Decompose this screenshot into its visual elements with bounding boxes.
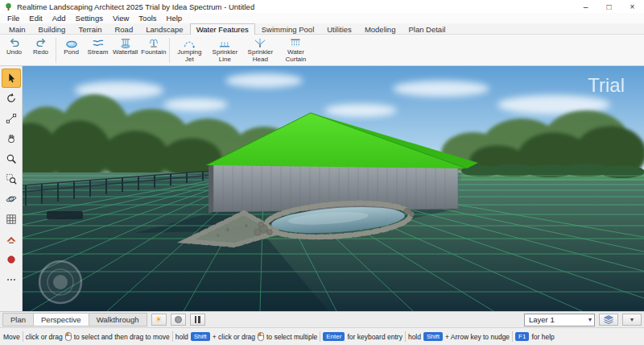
scene-3d-view[interactable]: Trial xyxy=(23,66,644,311)
building-wall-edge xyxy=(208,164,213,214)
sprinkler-line-icon xyxy=(218,36,231,49)
pond-label: Pond xyxy=(64,49,79,56)
enter-key-badge: Enter xyxy=(323,332,345,341)
layers-panel-button[interactable] xyxy=(599,314,618,326)
close-icon: × xyxy=(630,2,635,11)
f1-key-badge: F1 xyxy=(515,332,529,341)
menu-settings[interactable]: Settings xyxy=(71,14,108,23)
sprinkler-head-icon xyxy=(254,36,266,49)
status-help-hint: F1 for help xyxy=(515,332,555,341)
water-curtain-button[interactable]: Water Curtain xyxy=(278,35,313,65)
menu-bar: File Edit Add Settings View Tools Help xyxy=(0,13,644,23)
jumping-jet-icon xyxy=(183,36,196,49)
ribbon-tab-utilities[interactable]: Utilities xyxy=(320,23,358,35)
menu-file[interactable]: File xyxy=(2,14,24,23)
pond-icon xyxy=(65,36,78,49)
view-tab-plan[interactable]: Plan xyxy=(2,313,34,326)
roof-tool-button[interactable] xyxy=(2,230,21,249)
ribbon-tab-terrain[interactable]: Terrain xyxy=(72,23,108,35)
shadows-button[interactable] xyxy=(171,314,186,326)
waterfall-button[interactable]: Waterfall xyxy=(111,35,139,65)
roof-icon xyxy=(6,234,17,245)
undo-button[interactable]: Undo xyxy=(1,35,27,65)
jumping-jet-button[interactable]: Jumping Jet xyxy=(171,35,207,65)
menu-view[interactable]: View xyxy=(108,14,134,23)
ribbon-tab-landscape[interactable]: Landscape xyxy=(139,23,189,35)
zoom-tool-button[interactable] xyxy=(2,149,21,168)
viewport-3d[interactable]: Trial xyxy=(23,66,644,311)
status-keyboard-hint: Enter for keyboard entry xyxy=(323,332,402,341)
ribbon-tab-water-features[interactable]: Water Features xyxy=(190,23,255,35)
garden-bench[interactable] xyxy=(47,211,83,219)
fountain-icon xyxy=(147,36,160,49)
status-text: for help xyxy=(531,333,554,341)
close-button[interactable]: × xyxy=(621,0,644,13)
menu-add[interactable]: Add xyxy=(47,14,71,23)
water-curtain-icon xyxy=(289,36,302,49)
view-tab-walkthrough[interactable]: Walkthrough xyxy=(89,313,147,326)
ribbon-tab-swimming-pool[interactable]: Swimming Pool xyxy=(255,23,320,35)
zoom-window-tool-button[interactable] xyxy=(2,169,21,189)
ribbon-separator xyxy=(56,38,56,63)
sprinkler-head-label: Sprinkler Head xyxy=(244,49,276,64)
pan-tool-button[interactable] xyxy=(2,129,21,148)
grid-tool-button[interactable] xyxy=(2,210,21,229)
edit-points-tool-button[interactable] xyxy=(2,109,21,128)
layer-select[interactable]: Layer 1 ▾ xyxy=(524,314,595,326)
chevron-down-icon: ▾ xyxy=(630,317,634,323)
mouse-left-click-icon xyxy=(65,332,72,341)
orbit-icon xyxy=(6,193,17,205)
rotate-tool-button[interactable] xyxy=(2,89,21,108)
tool-palette xyxy=(0,66,23,311)
status-text: hold xyxy=(175,333,188,341)
more-tools-button[interactable] xyxy=(2,270,21,289)
fountain-button[interactable]: Fountain xyxy=(139,35,167,65)
application-window: Realtime Landscaping Architect 2025 Tria… xyxy=(0,0,644,345)
ribbon-tab-main[interactable]: Main xyxy=(2,23,32,35)
expand-panel-button[interactable]: ▾ xyxy=(622,314,642,326)
stream-button[interactable]: Stream xyxy=(85,35,111,65)
ribbon-tab-plan-detail[interactable]: Plan Detail xyxy=(402,23,452,35)
pond-button[interactable]: Pond xyxy=(58,35,85,65)
viewport-toolbar: Plan Perspective Walkthrough ☀ Layer 1 ▾… xyxy=(0,311,644,327)
menu-edit[interactable]: Edit xyxy=(24,14,47,23)
status-select-hint: click or drag to select and then drag to… xyxy=(26,332,170,341)
orbit-tool-button[interactable] xyxy=(2,189,21,209)
mouse-left-click-icon xyxy=(258,332,264,341)
redo-button[interactable]: Redo xyxy=(27,35,54,65)
sun-icon: ☀ xyxy=(155,315,163,324)
ribbon-tab-road[interactable]: Road xyxy=(108,23,139,35)
ribbon-tab-strip: Main Building Terrain Road Landscape Wat… xyxy=(0,23,644,35)
ribbon-separator xyxy=(169,38,170,63)
waterfall-icon xyxy=(119,36,132,49)
edit-points-icon xyxy=(6,113,17,124)
menu-tools[interactable]: Tools xyxy=(134,14,161,23)
sprinkler-head-button[interactable]: Sprinkler Head xyxy=(242,35,278,65)
ribbon-tab-building[interactable]: Building xyxy=(32,23,72,35)
status-text: click or drag xyxy=(26,333,63,341)
rotate-icon xyxy=(6,93,17,104)
hand-icon xyxy=(6,133,17,144)
redo-label: Redo xyxy=(33,49,48,56)
minimize-button[interactable]: – xyxy=(574,0,597,13)
ribbon-tab-modeling[interactable]: Modeling xyxy=(358,23,402,35)
sprinkler-line-button[interactable]: Sprinkler Line xyxy=(207,35,242,65)
shift-key-badge: Shift xyxy=(423,332,443,341)
select-tool-button[interactable] xyxy=(2,69,21,88)
record-button[interactable] xyxy=(2,250,21,269)
sun-lighting-button[interactable]: ☀ xyxy=(151,314,167,326)
status-divider xyxy=(172,331,173,342)
view-tab-perspective[interactable]: Perspective xyxy=(33,313,89,326)
undo-icon xyxy=(9,36,20,49)
jumping-jet-label: Jumping Jet xyxy=(173,49,205,64)
maximize-button[interactable]: □ xyxy=(597,0,621,13)
status-multi-hint: hold Shift + click or drag to select mul… xyxy=(175,332,318,341)
status-mode: Move xyxy=(3,333,20,341)
grid-icon xyxy=(6,214,17,225)
ellipsis-icon xyxy=(6,274,17,285)
menu-help[interactable]: Help xyxy=(162,14,188,23)
pause-button[interactable] xyxy=(190,314,205,326)
orbit-compass-control[interactable] xyxy=(39,261,81,303)
waterfall-label: Waterfall xyxy=(113,49,138,56)
stream-icon xyxy=(92,36,105,49)
